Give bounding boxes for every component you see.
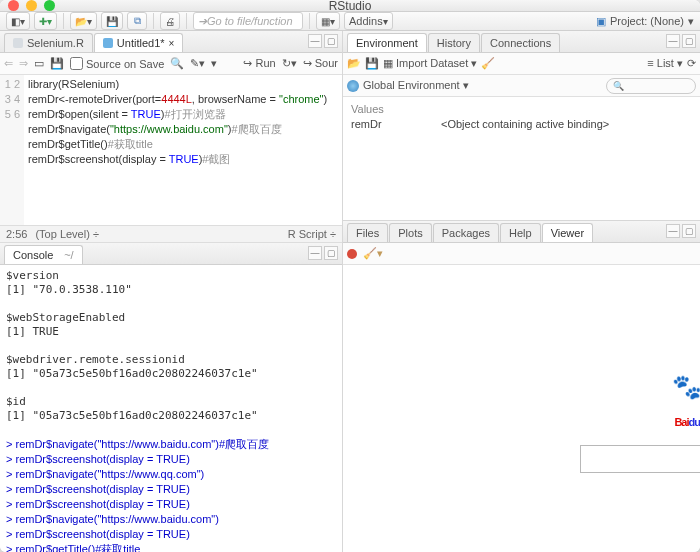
rerun-icon[interactable]: ↻▾ (282, 57, 297, 70)
code-area[interactable]: library(RSelenium) remDr<-remoteDriver(p… (24, 75, 342, 225)
console-pane: Console ~/ — ▢ $version [1] "70.0.3538.1… (0, 243, 342, 552)
viewer-content[interactable]: 🐾 Baidu (343, 265, 700, 552)
env-scope-selector[interactable]: Global Environment ▾ (363, 79, 469, 92)
env-scope-bar: Global Environment ▾ 🔍 (343, 75, 700, 97)
tab-viewer[interactable]: Viewer (542, 223, 593, 242)
broom-icon[interactable]: 🧹▾ (363, 247, 383, 260)
grid-button[interactable]: ▦▾ (316, 12, 340, 30)
save-button[interactable]: 💾 (101, 12, 123, 30)
show-in-new-icon[interactable]: ▭ (34, 57, 44, 70)
env-section-header: Values (351, 101, 692, 117)
wand-icon[interactable]: ✎▾ (190, 57, 205, 70)
tab-connections[interactable]: Connections (481, 33, 560, 52)
zoom-icon[interactable] (44, 0, 55, 11)
load-icon[interactable]: 📂 (347, 57, 361, 70)
minimize-pane-icon[interactable]: — (666, 224, 680, 238)
window-title: RStudio (0, 0, 700, 13)
scope-label: Global Environment (363, 79, 460, 91)
env-variable-row[interactable]: remDr <Object containing active binding> (351, 117, 692, 131)
addins-button[interactable]: Addins ▾ (344, 12, 393, 30)
logo-part2: du (689, 416, 700, 428)
checkbox[interactable] (70, 57, 83, 70)
tab-packages[interactable]: Packages (433, 223, 499, 242)
close-icon[interactable] (8, 0, 19, 11)
run-button[interactable]: ↪ Run (243, 57, 275, 70)
console-path: ~/ (64, 249, 73, 261)
viewer-pane: Files Plots Packages Help Viewer — ▢ 🧹▾ … (343, 221, 700, 552)
tab-label: Packages (442, 227, 490, 239)
pane-window-buttons: — ▢ (666, 224, 696, 238)
env-tabbar: Environment History Connections — ▢ (343, 31, 700, 53)
scope-selector[interactable]: (Top Level) ÷ (35, 228, 99, 240)
source-statusbar: 2:56 (Top Level) ÷ R Script ÷ (0, 225, 342, 243)
tab-files[interactable]: Files (347, 223, 388, 242)
source-toolbar: ⇐ ⇒ ▭ 💾 Source on Save 🔍 ✎▾ ▾ ↪ Run ↻▾ ↪… (0, 53, 342, 75)
tab-label: History (437, 37, 471, 49)
minimize-pane-icon[interactable]: — (308, 34, 322, 48)
new-file-button[interactable]: ◧▾ (6, 12, 30, 30)
refresh-icon[interactable]: ⟳ (687, 57, 696, 70)
broom-icon[interactable]: 🧹 (481, 57, 495, 70)
arrow-right-icon: ➔ (198, 15, 207, 28)
maximize-pane-icon[interactable]: ▢ (682, 34, 696, 48)
forward-icon[interactable]: ⇒ (19, 57, 28, 70)
tab-label: Viewer (551, 227, 584, 239)
minimize-pane-icon[interactable]: — (308, 246, 322, 260)
find-icon[interactable]: 🔍 (170, 57, 184, 70)
pane-window-buttons: — ▢ (666, 34, 696, 48)
tab-label: Files (356, 227, 379, 239)
maximize-pane-icon[interactable]: ▢ (682, 224, 696, 238)
console-output[interactable]: $version [1] "70.0.3538.110" $webStorage… (0, 265, 342, 552)
separator (63, 13, 64, 29)
goto-placeholder: Go to file/function (207, 15, 293, 27)
print-button[interactable]: 🖨 (160, 12, 180, 30)
scope-label: (Top Level) (35, 228, 89, 240)
goto-file-input[interactable]: ➔ Go to file/function (193, 12, 303, 30)
import-dataset-button[interactable]: ▦ Import Dataset ▾ (383, 57, 477, 70)
project-label: Project: (None) (610, 15, 684, 27)
viewer-tabbar: Files Plots Packages Help Viewer — ▢ (343, 221, 700, 243)
minimize-pane-icon[interactable]: — (666, 34, 680, 48)
code-editor[interactable]: 1 2 3 4 5 6 library(RSelenium) remDr<-re… (0, 75, 342, 225)
tab-help[interactable]: Help (500, 223, 541, 242)
file-icon (103, 38, 113, 48)
source-on-save-label: Source on Save (86, 58, 164, 70)
project-selector[interactable]: ▣ Project: (None) ▾ (596, 15, 694, 28)
stop-icon[interactable] (347, 249, 357, 259)
save-icon[interactable]: 💾 (365, 57, 379, 70)
globe-icon (347, 80, 359, 92)
list-view-button[interactable]: ≡ List ▾ (647, 57, 683, 70)
pane-window-buttons: — ▢ (308, 34, 338, 48)
tab-label: Help (509, 227, 532, 239)
viewer-toolbar: 🧹▾ (343, 243, 700, 265)
baidu-search-input[interactable] (580, 445, 700, 473)
tab-console[interactable]: Console ~/ (4, 245, 83, 264)
line-gutter: 1 2 3 4 5 6 (0, 75, 24, 225)
tab-environment[interactable]: Environment (347, 33, 427, 52)
source-on-save-checkbox[interactable]: Source on Save (70, 57, 164, 70)
separator (153, 13, 154, 29)
main-toolbar: ◧▾ ✚▾ 📂▾ 💾 ⧉ 🖨 ➔ Go to file/function ▦▾ … (0, 12, 700, 31)
save-icon[interactable]: 💾 (50, 57, 64, 70)
maximize-pane-icon[interactable]: ▢ (324, 246, 338, 260)
run-label: Run (256, 57, 276, 69)
back-icon[interactable]: ⇐ (4, 57, 13, 70)
file-type-selector[interactable]: R Script ÷ (288, 228, 336, 240)
source-button[interactable]: ↪ Sour (303, 57, 338, 70)
separator (186, 13, 187, 29)
open-button[interactable]: 📂▾ (70, 12, 97, 30)
tab-history[interactable]: History (428, 33, 480, 52)
minimize-icon[interactable] (26, 0, 37, 11)
env-search-input[interactable]: 🔍 (606, 78, 696, 94)
tab-selenium-r[interactable]: Selenium.R (4, 33, 93, 52)
tab-untitled1[interactable]: Untitled1* × (94, 33, 184, 52)
tab-label: Plots (398, 227, 422, 239)
more-icon[interactable]: ▾ (211, 57, 217, 70)
maximize-pane-icon[interactable]: ▢ (324, 34, 338, 48)
tab-label: Untitled1* (117, 37, 165, 49)
save-all-button[interactable]: ⧉ (127, 12, 147, 30)
new-project-button[interactable]: ✚▾ (34, 12, 57, 30)
tab-plots[interactable]: Plots (389, 223, 431, 242)
tab-label: Selenium.R (27, 37, 84, 49)
import-label: Import Dataset (396, 57, 468, 69)
